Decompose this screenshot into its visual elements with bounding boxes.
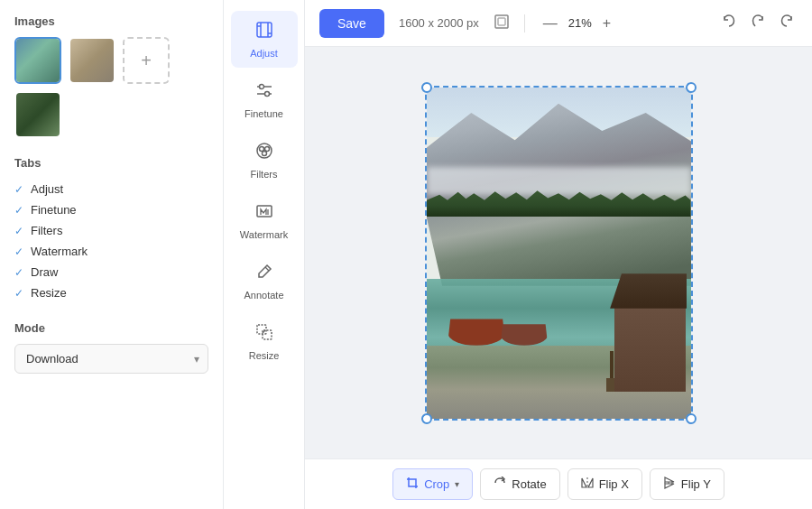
- tabs-section: Tabs ✓ Adjust ✓ Finetune ✓ Filters ✓ Wat…: [14, 156, 208, 303]
- mode-title: Mode: [14, 321, 208, 335]
- flip-x-button[interactable]: Flip X: [567, 468, 642, 500]
- boats: [448, 319, 553, 345]
- add-image-button[interactable]: +: [123, 37, 170, 84]
- image-thumb-1[interactable]: [14, 37, 61, 84]
- chevron-down-icon: ▾: [455, 479, 459, 489]
- cabin-roof: [610, 273, 687, 309]
- tool-filters[interactable]: Filters: [231, 132, 298, 189]
- tab-label-draw: Draw: [31, 265, 58, 279]
- canvas-size: 1600 x 2000 px: [399, 16, 479, 30]
- svg-point-8: [264, 92, 269, 97]
- svg-point-7: [259, 85, 263, 89]
- tab-item-adjust[interactable]: ✓ Adjust: [14, 179, 208, 199]
- tools-panel: Adjust Finetune Filters: [224, 0, 305, 509]
- svg-point-10: [259, 147, 263, 152]
- boat2: [501, 324, 549, 345]
- tab-item-draw[interactable]: ✓ Draw: [14, 262, 208, 282]
- svg-marker-21: [588, 478, 593, 487]
- svg-point-12: [262, 152, 266, 156]
- thumb-lake-img: [16, 39, 60, 82]
- tab-label-watermark: Watermark: [31, 245, 88, 258]
- tool-watermark[interactable]: Watermark: [231, 192, 298, 249]
- tool-filters-label: Filters: [251, 169, 278, 180]
- redo2-button[interactable]: [747, 11, 769, 36]
- mode-select-wrapper: Download Base64 ▾: [14, 344, 208, 374]
- images-grid: +: [14, 37, 208, 138]
- rotate-label: Rotate: [512, 477, 546, 491]
- canvas-container: [427, 88, 691, 419]
- resize-icon: [254, 322, 274, 345]
- boat1: [448, 319, 505, 345]
- finetune-icon: [254, 80, 274, 103]
- zoom-controls: — 21% +: [540, 14, 614, 33]
- zoom-in-button[interactable]: +: [599, 14, 614, 33]
- svg-line-14: [265, 267, 269, 271]
- tab-list: ✓ Adjust ✓ Finetune ✓ Filters ✓ Watermar…: [14, 179, 208, 303]
- image-thumb-3[interactable]: [14, 91, 61, 138]
- tool-annotate[interactable]: Annotate: [231, 253, 298, 310]
- svg-marker-23: [665, 477, 674, 482]
- tool-finetune-label: Finetune: [245, 108, 283, 119]
- svg-marker-24: [665, 484, 674, 488]
- mode-select[interactable]: Download Base64: [14, 344, 208, 374]
- svg-rect-19: [498, 18, 505, 25]
- tool-watermark-label: Watermark: [240, 229, 288, 240]
- adjust-icon: [254, 20, 274, 42]
- thumb-ruins-img: [70, 39, 114, 82]
- check-icon: ✓: [14, 266, 23, 279]
- filters-icon: [254, 141, 274, 163]
- tab-label-filters: Filters: [31, 224, 62, 237]
- cabin: [606, 276, 686, 392]
- thumb-forest-img: [16, 93, 60, 136]
- tool-adjust-label: Adjust: [250, 48, 278, 59]
- tab-item-resize[interactable]: ✓ Resize: [14, 282, 208, 303]
- tool-adjust[interactable]: Adjust: [231, 11, 298, 68]
- svg-marker-20: [582, 478, 586, 487]
- image-thumb-2[interactable]: [69, 37, 115, 84]
- check-icon: ✓: [14, 225, 23, 237]
- divider: [524, 14, 525, 32]
- mountain-back: [427, 104, 691, 286]
- redo-button[interactable]: [776, 11, 798, 36]
- svg-rect-18: [495, 15, 508, 28]
- history-buttons: [718, 11, 798, 36]
- tab-label-resize: Resize: [31, 286, 67, 300]
- tool-finetune[interactable]: Finetune: [231, 71, 298, 128]
- tool-resize-label: Resize: [249, 350, 280, 361]
- lake-scene: [427, 88, 691, 419]
- zoom-out-button[interactable]: —: [540, 14, 561, 33]
- canvas-image: [427, 88, 691, 419]
- canvas-workspace[interactable]: [305, 47, 812, 458]
- sidebar: Images + Tabs ✓ Adjust ✓ Finetune: [0, 0, 224, 509]
- annotate-icon: [254, 262, 274, 284]
- mist-layer: [427, 167, 691, 194]
- top-bar: Save 1600 x 2000 px — 21% +: [305, 0, 812, 47]
- crop-label: Crop: [424, 477, 449, 491]
- check-icon: ✓: [14, 183, 23, 196]
- undo-button[interactable]: [718, 11, 740, 36]
- flip-y-button[interactable]: Flip Y: [650, 468, 724, 500]
- rotate-button[interactable]: Rotate: [480, 468, 559, 500]
- rotate-icon: [494, 477, 506, 492]
- bottom-toolbar: Crop ▾ Rotate Flip X: [305, 458, 812, 509]
- check-icon: ✓: [14, 245, 23, 258]
- flip-x-icon: [581, 477, 594, 492]
- svg-point-11: [264, 147, 269, 152]
- zoom-level: 21%: [568, 16, 592, 30]
- save-button[interactable]: Save: [319, 9, 384, 38]
- svg-rect-15: [257, 325, 266, 334]
- crop-button[interactable]: Crop ▾: [392, 468, 473, 500]
- flip-y-label: Flip Y: [681, 477, 711, 491]
- tab-item-watermark[interactable]: ✓ Watermark: [14, 241, 208, 262]
- tool-resize[interactable]: Resize: [231, 313, 298, 370]
- cabin-body: [614, 305, 686, 392]
- tab-item-filters[interactable]: ✓ Filters: [14, 220, 208, 241]
- tab-item-finetune[interactable]: ✓ Finetune: [14, 199, 208, 220]
- watermark-icon: [254, 201, 274, 224]
- tabs-title: Tabs: [14, 156, 208, 170]
- tab-label-adjust: Adjust: [31, 182, 63, 196]
- canvas-frame-icon: [494, 14, 510, 33]
- tab-label-finetune: Finetune: [31, 203, 77, 217]
- main-area: Save 1600 x 2000 px — 21% +: [305, 0, 812, 509]
- check-icon: ✓: [14, 204, 23, 217]
